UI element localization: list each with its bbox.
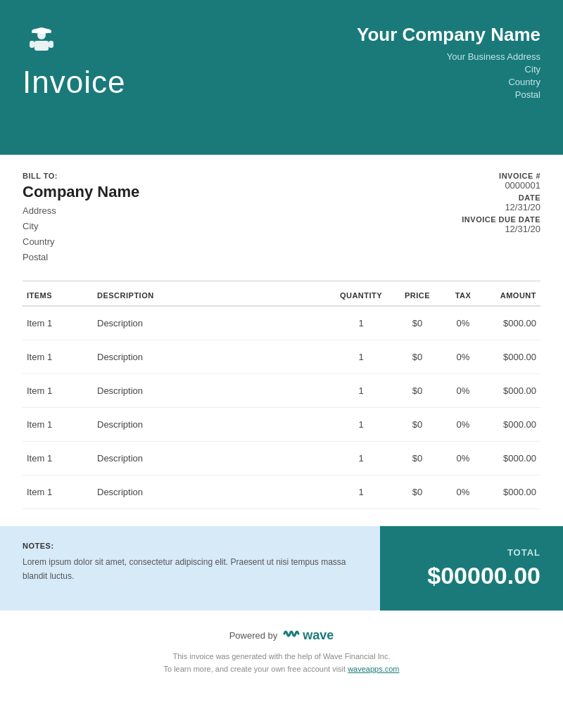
table-header-row: ITEMS DESCRIPTION QUANTITY PRICE TAX AMO… xyxy=(23,281,540,306)
item-price-3: $0 xyxy=(393,408,442,442)
item-amount-3: $000.00 xyxy=(484,408,540,442)
item-qty-2: 1 xyxy=(329,374,393,408)
item-price-5: $0 xyxy=(393,475,442,509)
header-city: City xyxy=(357,64,540,75)
item-amount-2: $000.00 xyxy=(484,374,540,408)
item-price-0: $0 xyxy=(393,306,442,340)
item-tax-3: 0% xyxy=(442,408,484,442)
date-value: 12/31/20 xyxy=(462,202,540,212)
item-amount-5: $000.00 xyxy=(484,475,540,509)
due-date-row: INVOICE DUE DATE 12/31/20 xyxy=(462,215,540,234)
item-desc-5: Description xyxy=(93,475,329,509)
waveapps-link[interactable]: waveapps.com xyxy=(348,665,399,673)
header-address: Your Business Address xyxy=(357,51,540,62)
svg-rect-5 xyxy=(49,41,53,48)
bill-address: Address xyxy=(23,203,139,219)
table-row: Item 1 Description 1 $0 0% $000.00 xyxy=(23,374,540,408)
item-tax-1: 0% xyxy=(442,340,484,374)
item-price-4: $0 xyxy=(393,442,442,475)
bill-company-name: Company Name xyxy=(23,183,139,201)
invoice-page: Invoice Your Company Name Your Business … xyxy=(0,0,563,728)
svg-rect-4 xyxy=(30,41,34,48)
table-row: Item 1 Description 1 $0 0% $000.00 xyxy=(23,475,540,509)
table-row: Item 1 Description 1 $0 0% $000.00 xyxy=(23,306,540,340)
item-desc-3: Description xyxy=(93,408,329,442)
item-amount-4: $000.00 xyxy=(484,442,540,475)
header-country: Country xyxy=(357,77,540,87)
date-row: DATE 12/31/20 xyxy=(462,193,540,212)
wave-wave-icon xyxy=(283,627,300,644)
notes-label: NOTES: xyxy=(23,542,363,550)
svg-rect-3 xyxy=(34,41,49,51)
item-name-1: Item 1 xyxy=(23,340,93,374)
invoice-number-label: INVOICE # xyxy=(462,172,540,180)
items-table: ITEMS DESCRIPTION QUANTITY PRICE TAX AMO… xyxy=(23,281,540,509)
bill-section: BILL TO: Company Name Address City Count… xyxy=(0,155,563,272)
bill-to-label: BILL TO: xyxy=(23,172,139,180)
item-desc-0: Description xyxy=(93,306,329,340)
invoice-header: Invoice Your Company Name Your Business … xyxy=(0,0,563,155)
item-qty-4: 1 xyxy=(329,442,393,475)
item-tax-4: 0% xyxy=(442,442,484,475)
invoice-meta: INVOICE # 0000001 DATE 12/31/20 INVOICE … xyxy=(462,172,540,237)
item-price-1: $0 xyxy=(393,340,442,374)
powered-by-row: Powered by wave xyxy=(23,627,540,644)
table-row: Item 1 Description 1 $0 0% $000.00 xyxy=(23,442,540,475)
item-name-3: Item 1 xyxy=(23,408,93,442)
col-description: DESCRIPTION xyxy=(93,281,329,306)
item-name-4: Item 1 xyxy=(23,442,93,475)
item-qty-0: 1 xyxy=(329,306,393,340)
powered-by-section: Powered by wave This invoice was generat… xyxy=(0,611,563,684)
item-qty-5: 1 xyxy=(329,475,393,509)
table-body: Item 1 Description 1 $0 0% $000.00 Item … xyxy=(23,306,540,509)
total-block: TOTAL $00000.00 xyxy=(380,526,563,611)
item-qty-3: 1 xyxy=(329,408,393,442)
total-amount: $00000.00 xyxy=(427,562,540,589)
disclaimer-line1: This invoice was generated with the help… xyxy=(23,651,540,663)
footer-section: NOTES: Lorem ipsum dolor sit amet, conse… xyxy=(0,526,563,611)
bill-postal: Postal xyxy=(23,250,139,265)
table-header: ITEMS DESCRIPTION QUANTITY PRICE TAX AMO… xyxy=(23,281,540,306)
svg-point-2 xyxy=(37,31,46,39)
header-postal: Postal xyxy=(357,89,540,100)
date-label: DATE xyxy=(462,193,540,202)
invoice-title: Invoice xyxy=(23,65,125,100)
col-tax: TAX xyxy=(442,281,484,306)
col-amount: AMOUNT xyxy=(484,281,540,306)
wave-logo: wave xyxy=(283,627,334,644)
notes-block: NOTES: Lorem ipsum dolor sit amet, conse… xyxy=(0,526,380,611)
due-date-value: 12/31/20 xyxy=(462,224,540,234)
bill-city: City xyxy=(23,219,139,234)
bill-to-block: BILL TO: Company Name Address City Count… xyxy=(23,172,139,265)
powered-by-text: Powered by xyxy=(229,630,278,641)
item-amount-1: $000.00 xyxy=(484,340,540,374)
notes-text: Lorem ipsum dolor sit amet, consectetur … xyxy=(23,556,363,582)
invoice-number-row: INVOICE # 0000001 xyxy=(462,172,540,191)
invoice-number-value: 0000001 xyxy=(462,180,540,191)
disclaimer-line2: To learn more, and create your own free … xyxy=(23,663,540,676)
item-desc-2: Description xyxy=(93,374,329,408)
item-tax-2: 0% xyxy=(442,374,484,408)
col-price: PRICE xyxy=(393,281,442,306)
col-quantity: QUANTITY xyxy=(329,281,393,306)
item-qty-1: 1 xyxy=(329,340,393,374)
item-name-0: Item 1 xyxy=(23,306,93,340)
table-row: Item 1 Description 1 $0 0% $000.00 xyxy=(23,408,540,442)
due-date-label: INVOICE DUE DATE xyxy=(462,215,540,224)
item-name-2: Item 1 xyxy=(23,374,93,408)
table-row: Item 1 Description 1 $0 0% $000.00 xyxy=(23,340,540,374)
wave-text: wave xyxy=(303,628,334,643)
item-name-5: Item 1 xyxy=(23,475,93,509)
item-desc-1: Description xyxy=(93,340,329,374)
header-left: Invoice xyxy=(23,20,125,100)
item-tax-5: 0% xyxy=(442,475,484,509)
total-label: TOTAL xyxy=(507,547,540,558)
item-desc-4: Description xyxy=(93,442,329,475)
col-items: ITEMS xyxy=(23,281,93,306)
powered-disclaimer: This invoice was generated with the help… xyxy=(23,651,540,675)
worker-icon xyxy=(23,20,61,58)
header-company-name: Your Company Name xyxy=(357,24,540,46)
item-tax-0: 0% xyxy=(442,306,484,340)
bill-country: Country xyxy=(23,234,139,250)
item-amount-0: $000.00 xyxy=(484,306,540,340)
